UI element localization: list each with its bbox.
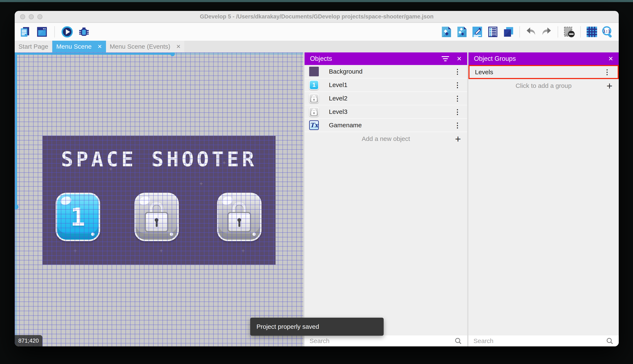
tab-start-page[interactable]: Start Page [15, 41, 52, 52]
redo-icon[interactable] [540, 26, 553, 38]
object-row-gamename[interactable]: Tx Gamename ⋮ [304, 119, 467, 132]
object-name: Gamename [329, 122, 362, 129]
level3-locked-thumbnail [309, 107, 319, 116]
object-name: Level2 [329, 95, 347, 102]
groups-search-input[interactable] [473, 337, 606, 344]
object-row-background[interactable]: Background ⋮ [304, 65, 467, 78]
toast-message: Project properly saved [256, 323, 319, 330]
plus-icon: + [455, 133, 461, 145]
object-groups-panel: Object Groups ✕ Levels ⋮ Click to add a … [468, 52, 619, 346]
text-object-thumbnail: Tx [309, 120, 319, 130]
lock-icon-body [145, 212, 168, 232]
more-options-icon[interactable]: ⋮ [454, 94, 463, 102]
close-tab-icon[interactable]: ✕ [176, 44, 181, 50]
star-decoration: + [241, 248, 245, 254]
objects-panel-header: Objects ✕ [304, 52, 467, 65]
vscroll-track [15, 207, 17, 346]
close-icon[interactable]: ✕ [608, 55, 613, 62]
star-decoration: + [109, 166, 113, 172]
tab-menu-scene-events[interactable]: Menu Scene (Events) ✕ [106, 41, 185, 52]
zoom-original-icon[interactable]: 1:1 [601, 26, 614, 38]
objects-panel-title: Objects [310, 55, 332, 62]
object-row-level2[interactable]: Level2 ⋮ [304, 92, 467, 105]
gdevelop-window: GDevelop 5 - /Users/dkarakay/Documents/G… [15, 11, 619, 346]
toolbar-separator [519, 26, 520, 38]
group-row-levels-highlighted[interactable]: Levels ⋮ [468, 65, 619, 79]
star-decoration: + [160, 248, 163, 254]
object-groups-panel-title: Object Groups [474, 55, 516, 62]
more-options-icon[interactable]: ⋮ [454, 68, 463, 76]
level1-button-instance[interactable]: 1 [56, 193, 100, 241]
toolbar-right-group: 1:1 [440, 26, 619, 38]
tab-label: Start Page [19, 43, 48, 50]
game-title-text-instance[interactable]: SPACE SHOOTER [42, 148, 275, 171]
groups-search-row [468, 335, 619, 346]
window-title: GDevelop 5 - /Users/dkarakay/Documents/G… [15, 11, 619, 22]
scenes-window-icon[interactable] [36, 26, 48, 38]
debug-icon[interactable] [78, 26, 90, 38]
toolbar-left-group [15, 26, 90, 38]
mini-lock-icon-body [311, 98, 317, 102]
object-row-level3[interactable]: Level3 ⋮ [304, 105, 467, 119]
horizontal-scrollbar[interactable] [15, 53, 303, 55]
open-properties-icon[interactable] [471, 26, 484, 38]
hscroll-knob[interactable] [170, 52, 175, 56]
more-options-icon[interactable]: ⋮ [454, 81, 463, 89]
tab-label: Menu Scene (Events) [110, 43, 170, 50]
mini-lock-icon [312, 95, 316, 98]
toolbar-separator [580, 26, 581, 38]
star-decoration: + [199, 180, 203, 187]
object-name: Level1 [329, 81, 347, 88]
vertical-scrollbar[interactable] [15, 52, 17, 346]
title-bar: GDevelop 5 - /Users/dkarakay/Documents/G… [15, 11, 619, 23]
toggle-grid-icon[interactable] [585, 26, 598, 38]
filter-icon[interactable] [442, 55, 449, 62]
hscroll-filled [15, 53, 173, 55]
tab-menu-scene[interactable]: Menu Scene ✕ [52, 41, 106, 52]
objects-search-input[interactable] [309, 337, 454, 344]
play-preview-icon[interactable] [61, 26, 74, 38]
close-tab-icon[interactable]: ✕ [97, 44, 102, 50]
object-name: Background [329, 68, 363, 75]
more-options-icon[interactable]: ⋮ [604, 68, 612, 76]
open-objects-editor-icon[interactable] [440, 26, 453, 38]
level3-locked-button-instance[interactable] [217, 193, 261, 241]
traffic-lights [20, 14, 42, 19]
level2-locked-button-instance[interactable] [134, 193, 179, 241]
scene-editor-canvas[interactable]: SPACE SHOOTER + + + + + + 1 [15, 52, 303, 346]
editor-tab-bar: Start Page Menu Scene ✕ Menu Scene (Even… [15, 41, 619, 52]
minimize-window-button[interactable] [29, 14, 34, 19]
mini-lock-icon-body [311, 111, 317, 115]
project-manager-icon[interactable] [19, 26, 32, 38]
toolbar-separator [558, 26, 558, 38]
lock-icon [150, 202, 163, 213]
instances-list-icon[interactable] [486, 26, 499, 38]
undo-icon[interactable] [525, 26, 537, 38]
add-group-button[interactable]: Click to add a group + [468, 79, 619, 92]
vscroll-knob[interactable] [15, 205, 19, 209]
close-window-button[interactable] [20, 14, 25, 19]
add-new-object-button[interactable]: Add a new object + [304, 132, 467, 146]
star-decoration: + [222, 159, 226, 166]
desktop-background-strip [0, 0, 633, 2]
open-object-groups-editor-icon[interactable] [455, 26, 468, 38]
add-group-label: Click to add a group [516, 82, 572, 89]
object-groups-panel-header: Object Groups ✕ [468, 52, 619, 65]
save-confirmation-toast: Project properly saved [250, 318, 384, 336]
hscroll-track [173, 53, 303, 55]
toolbar-separator [54, 26, 55, 38]
more-options-icon[interactable]: ⋮ [454, 108, 463, 116]
level1-thumbnail: 1 [309, 80, 319, 90]
zoom-window-button[interactable] [37, 14, 42, 19]
main-toolbar: 1:1 [15, 23, 619, 41]
toggle-mask-icon[interactable] [563, 26, 575, 38]
more-options-icon[interactable]: ⋮ [454, 121, 463, 129]
cursor-coordinates-badge: 871;420 [15, 335, 42, 346]
svg-text:1:1: 1:1 [603, 29, 610, 34]
vscroll-filled [15, 52, 17, 207]
layers-editor-icon[interactable] [502, 26, 515, 38]
object-row-level1[interactable]: 1 Level1 ⋮ [304, 78, 467, 92]
scene-background-instance[interactable]: SPACE SHOOTER + + + + + + 1 [42, 136, 275, 264]
close-icon[interactable]: ✕ [457, 55, 462, 62]
star-decoration: + [74, 248, 77, 254]
